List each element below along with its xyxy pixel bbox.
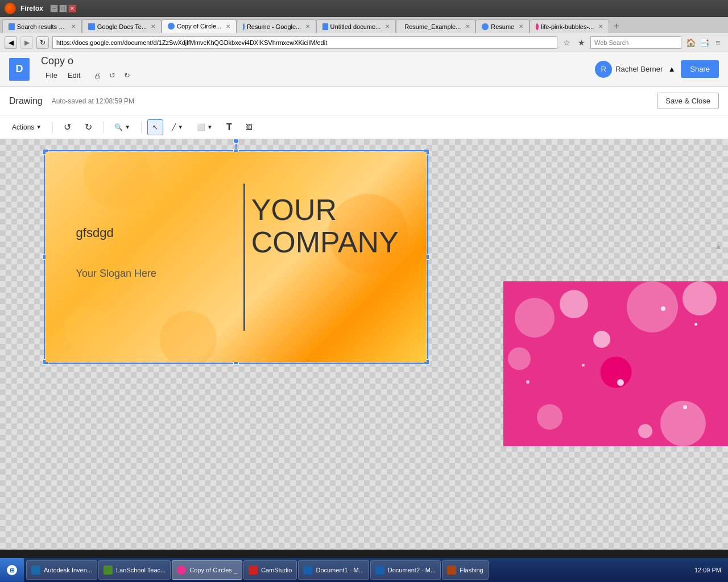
share-button[interactable]: Share	[681, 60, 719, 78]
taskbar-camstudio[interactable]: CamStudio	[243, 560, 297, 580]
bookmark-icon[interactable]: ☆	[561, 37, 572, 48]
tab-resume-example[interactable]: Resume_Example... ✕	[396, 19, 475, 33]
tab-close-8[interactable]: ✕	[598, 23, 603, 30]
header-actions: R Rachel Berner ▲ Share	[595, 60, 719, 78]
tab-close-1[interactable]: ✕	[71, 23, 76, 30]
tab-google-docs[interactable]: Google Docs Te... ✕	[82, 19, 162, 33]
sparkle-1	[661, 306, 665, 311]
browser-nav-icons: 🏠 📑 ≡	[685, 37, 723, 48]
taskbar-clock: 12:09 PM	[688, 567, 728, 573]
zoom-button[interactable]: 🔍 ▼	[109, 119, 135, 135]
user-area: R Rachel Berner	[595, 61, 663, 78]
pink-bubble-2	[560, 290, 588, 318]
select-tool[interactable]: ↖	[147, 119, 163, 135]
print-icon[interactable]: 🖨	[90, 68, 104, 82]
tab-resume-2[interactable]: Resume ✕	[475, 19, 530, 33]
edit-menu[interactable]: Edit	[63, 68, 85, 82]
image-tool[interactable]: 🖼	[241, 119, 258, 135]
windows-logo: ⊞	[10, 567, 14, 573]
expand-icon[interactable]: ▲	[667, 64, 676, 75]
tab-close-6[interactable]: ✕	[465, 23, 470, 30]
text-tool[interactable]: T	[221, 119, 237, 135]
taskbar-doc2[interactable]: Document2 - M...	[370, 560, 441, 580]
pink-bubble-1	[515, 298, 555, 338]
canvas-area[interactable]: gfsdgd Your Slogan Here YOURCOMPANY	[0, 139, 728, 550]
taskbar-copy-circles[interactable]: Copy of Circles _	[172, 560, 242, 580]
taskbar-doc1[interactable]: Document1 - M...	[298, 560, 369, 580]
start-button[interactable]: ⊞	[0, 558, 24, 582]
tab-search-results[interactable]: Search results - G... ✕	[2, 19, 82, 33]
business-card-container[interactable]: gfsdgd Your Slogan Here YOURCOMPANY	[46, 152, 427, 362]
toolbar-sep-1	[52, 122, 53, 133]
pink-bubble-9	[638, 424, 652, 438]
star-icon[interactable]: ★	[576, 37, 587, 48]
taskbar-autodesk-label: Autodesk Inven...	[44, 567, 92, 573]
tab-favicon-3	[168, 23, 175, 30]
tab-close-7[interactable]: ✕	[519, 23, 523, 30]
toolbar-sep-3	[141, 122, 142, 133]
tab-close-4[interactable]: ✕	[305, 23, 310, 30]
windows-orb: ⊞	[7, 565, 17, 575]
redo-button[interactable]: ↻	[80, 119, 97, 135]
tab-resume[interactable]: Resume - Google... ✕	[237, 19, 316, 33]
home-icon[interactable]: 🏠	[685, 37, 696, 48]
autodesk-icon	[31, 566, 40, 575]
tab-close-3[interactable]: ✕	[226, 23, 230, 30]
sparkle-3	[683, 405, 687, 409]
tab-pink-bubbles[interactable]: life-pink-bubbles-... ✕	[530, 19, 609, 33]
panel-collapse-icon[interactable]: ▲	[714, 242, 722, 251]
firefox-label: Firefox	[20, 5, 43, 13]
camstudio-icon	[249, 566, 258, 575]
undo-icon[interactable]: ↺	[105, 68, 119, 82]
tab-untitled[interactable]: Untitled docume... ✕	[316, 19, 396, 33]
bubble-5	[160, 311, 217, 362]
doc1-icon	[303, 566, 312, 575]
tab-favicon-2	[88, 23, 95, 30]
new-tab-button[interactable]: +	[609, 19, 623, 33]
forward-button[interactable]: ▶	[20, 36, 33, 49]
line-tool[interactable]: ╱ ▼	[167, 119, 188, 135]
tab-label-7: Resume	[491, 23, 514, 30]
doc-info: Copy o File Edit 🖨 ↺ ↻	[36, 55, 588, 83]
search-input[interactable]	[590, 36, 681, 49]
maximize-button[interactable]: □	[59, 5, 67, 13]
pink-bubbles-image	[503, 281, 728, 446]
actions-button[interactable]: Actions ▼	[7, 119, 47, 135]
redo-icon[interactable]: ↻	[120, 68, 134, 82]
tab-close-5[interactable]: ✕	[385, 23, 390, 30]
drawing-title: Drawing	[9, 96, 43, 106]
cursor-dot	[617, 379, 624, 386]
tab-label-2: Google Docs Te...	[97, 23, 146, 30]
settings-icon[interactable]: ≡	[712, 37, 723, 48]
zoom-icon: 🔍	[114, 123, 123, 131]
card-company-short: gfsdgd	[76, 226, 114, 240]
zoom-dropdown-icon: ▼	[125, 124, 130, 130]
sparkle-4	[694, 323, 697, 326]
undo-button[interactable]: ↺	[59, 119, 76, 135]
redo-icon: ↻	[85, 122, 92, 132]
save-close-button[interactable]: Save & Close	[657, 93, 719, 109]
close-button[interactable]: ✕	[68, 5, 76, 13]
taskbar-lanschool[interactable]: LanSchool Teac...	[98, 560, 171, 580]
taskbar-flashing[interactable]: Flashing	[442, 560, 489, 580]
url-bar[interactable]	[52, 36, 557, 49]
file-menu[interactable]: File	[41, 68, 62, 82]
line-icon: ╱	[172, 123, 176, 131]
taskbar-autodesk[interactable]: Autodesk Inven...	[26, 560, 97, 580]
minimize-button[interactable]: ─	[50, 5, 58, 13]
tab-label-8: life-pink-bubbles-...	[541, 23, 594, 30]
tab-label-1: Search results - G...	[17, 23, 67, 30]
autosave-text: Auto-saved at 12:08:59 PM	[52, 97, 134, 105]
drawing-panel: Drawing Auto-saved at 12:08:59 PM Save &…	[0, 87, 728, 550]
bookmarks-icon[interactable]: 📑	[698, 37, 710, 48]
shape-tool[interactable]: ⬜ ▼	[192, 119, 218, 135]
sparkle-5	[582, 364, 585, 367]
selection-handle-top-pull[interactable]	[233, 139, 239, 144]
tab-close-2[interactable]: ✕	[151, 23, 155, 30]
pink-bubble-8	[537, 404, 562, 430]
back-button[interactable]: ◀	[5, 36, 17, 49]
reload-button[interactable]: ↻	[36, 36, 49, 49]
taskbar-doc2-label: Document2 - M...	[388, 567, 436, 573]
doc2-icon	[375, 566, 384, 575]
tab-copy-of-circle[interactable]: Copy of Circle... ✕	[162, 19, 237, 33]
